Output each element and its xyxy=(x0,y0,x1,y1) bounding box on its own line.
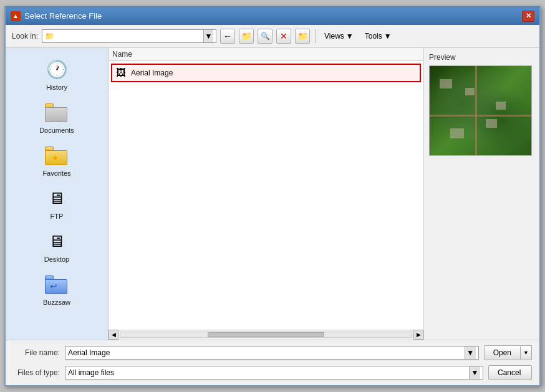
select-reference-file-dialog: ▲ Select Reference File ✕ Look in: 📁 ▼ ←… xyxy=(4,6,541,386)
scroll-right-button[interactable]: ▶ xyxy=(413,330,423,340)
refresh-button[interactable]: 🔍 xyxy=(258,29,272,44)
open-button-wrap: Open ▼ xyxy=(484,345,532,360)
aerial-thumbnail xyxy=(430,66,531,155)
open-dropdown-arrow[interactable]: ▼ xyxy=(521,345,532,360)
sidebar-item-documents[interactable]: Documents xyxy=(6,96,108,139)
building-5 xyxy=(496,102,506,110)
lookin-combo[interactable]: 📁 ▼ xyxy=(42,29,216,43)
lookin-combo-arrow[interactable]: ▼ xyxy=(203,30,213,42)
sidebar-item-desktop[interactable]: 🖥 Desktop xyxy=(6,225,108,268)
building-4 xyxy=(450,128,464,138)
sidebar-item-ftp[interactable]: 🖥 FTP xyxy=(6,182,108,225)
preview-image xyxy=(429,65,532,156)
building-3 xyxy=(486,119,497,128)
folder-up-button[interactable]: 📁 xyxy=(239,29,254,44)
file-list-area: Name 🖼 Aerial Image ◀ ▶ xyxy=(109,48,424,340)
scroll-track[interactable] xyxy=(120,332,412,338)
filename-row: File name: Aerial Image ▼ Open ▼ xyxy=(13,345,532,360)
sidebar-buzzsaw-label: Buzzsaw xyxy=(43,299,70,306)
scroll-thumb[interactable] xyxy=(208,332,324,337)
toolbar: Look in: 📁 ▼ ← 📁 🔍 ✕ 📁 Views ▼ Tools ▼ xyxy=(6,25,539,48)
road-vertical xyxy=(475,66,477,155)
filetype-combo-arrow[interactable]: ▼ xyxy=(469,366,480,379)
new-folder-button[interactable]: 📁 xyxy=(295,29,310,44)
filetype-label: Files of type: xyxy=(13,368,60,377)
sidebar-desktop-label: Desktop xyxy=(44,256,69,263)
building-1 xyxy=(440,79,452,88)
preview-area: Preview xyxy=(424,48,539,340)
titlebar: ▲ Select Reference File ✕ xyxy=(6,7,539,25)
file-item-name: Aerial Image xyxy=(131,69,173,77)
file-list: 🖼 Aerial Image xyxy=(109,61,423,330)
file-list-header: Name xyxy=(109,48,423,61)
lookin-label: Look in: xyxy=(12,32,38,41)
favorites-icon: ★ xyxy=(44,144,69,168)
close-button[interactable]: ✕ xyxy=(522,11,534,22)
filetype-combo[interactable]: All image files ▼ xyxy=(65,366,483,380)
sidebar-item-history[interactable]: 🕐 History xyxy=(6,53,108,96)
open-button[interactable]: Open xyxy=(484,345,521,360)
name-column-header: Name xyxy=(112,50,132,59)
sidebar-favorites-label: Favorites xyxy=(42,170,70,177)
filename-label: File name: xyxy=(13,348,60,357)
filetype-value: All image files xyxy=(68,368,469,377)
main-area: 🕐 History Documents xyxy=(6,48,539,340)
ftp-icon: 🖥 xyxy=(44,187,69,211)
sidebar: 🕐 History Documents xyxy=(6,48,109,340)
building-2 xyxy=(465,88,475,95)
buzzsaw-icon: ↩ xyxy=(44,273,69,297)
sidebar-ftp-label: FTP xyxy=(51,213,64,220)
lookin-value: 📁 xyxy=(45,32,203,41)
filename-combo-arrow[interactable]: ▼ xyxy=(465,347,476,359)
file-icon: 🖼 xyxy=(115,67,127,79)
sidebar-history-label: History xyxy=(46,84,67,91)
footer: File name: Aerial Image ▼ Open ▼ Files o… xyxy=(6,340,539,385)
file-item-aerial-image[interactable]: 🖼 Aerial Image xyxy=(111,64,421,82)
delete-button[interactable]: ✕ xyxy=(276,29,291,44)
views-dropdown-icon: ▼ xyxy=(346,32,354,41)
toolbar-separator xyxy=(315,29,316,43)
documents-icon xyxy=(44,101,69,125)
cancel-button[interactable]: Cancel xyxy=(488,365,532,380)
scroll-left-button[interactable]: ◀ xyxy=(109,330,118,340)
desktop-icon: 🖥 xyxy=(44,230,69,254)
filetype-row: Files of type: All image files ▼ Cancel xyxy=(13,365,532,380)
app-icon: ▲ xyxy=(11,11,21,21)
filename-value: Aerial Image xyxy=(68,348,465,357)
back-button[interactable]: ← xyxy=(220,29,235,44)
tools-dropdown-icon: ▼ xyxy=(384,32,392,41)
tools-button[interactable]: Tools ▼ xyxy=(361,29,395,44)
filename-input[interactable]: Aerial Image ▼ xyxy=(65,346,479,360)
sidebar-item-buzzsaw[interactable]: ↩ Buzzsaw xyxy=(6,268,108,311)
sidebar-documents-label: Documents xyxy=(39,127,74,134)
horizontal-scrollbar[interactable]: ◀ ▶ xyxy=(109,330,423,340)
views-button[interactable]: Views ▼ xyxy=(321,29,357,44)
road-horizontal xyxy=(430,115,531,117)
dialog-title: Select Reference File xyxy=(24,11,522,21)
preview-label: Preview xyxy=(429,53,534,62)
sidebar-item-favorites[interactable]: ★ Favorites xyxy=(6,139,108,182)
history-icon: 🕐 xyxy=(44,58,69,82)
